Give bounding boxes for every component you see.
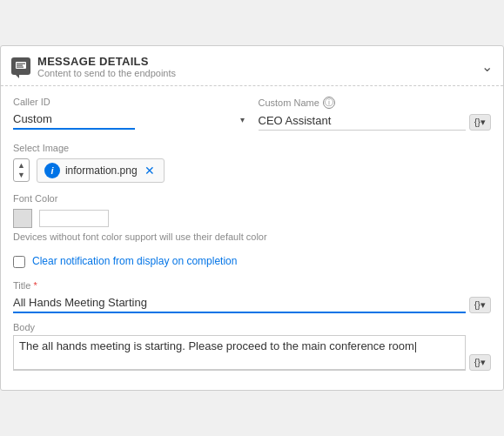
title-label-row: Title *	[13, 280, 491, 291]
image-reorder-button[interactable]: ▲ ▼	[13, 158, 30, 182]
svg-rect-2	[17, 65, 23, 66]
image-filename: information.png	[65, 164, 138, 177]
color-input[interactable]	[39, 210, 109, 227]
body-token-button[interactable]: {}▾	[469, 354, 491, 371]
caller-id-row: Caller ID Custom Default Other ▾ Custom …	[13, 97, 491, 131]
svg-rect-3	[17, 67, 24, 68]
body-field-row: The all hands meeting is starting. Pleas…	[13, 335, 491, 371]
message-details-panel: MESSAGE DETAILS Content to send to the e…	[0, 45, 504, 392]
font-color-label: Font Color	[13, 193, 491, 204]
caller-id-select[interactable]: Custom Default Other	[13, 110, 135, 130]
collapse-button[interactable]: ⌄	[481, 58, 493, 75]
body-section: Body The all hands meeting is starting. …	[13, 322, 491, 371]
caller-id-label: Caller ID	[13, 97, 246, 107]
select-image-label: Select Image	[13, 143, 491, 153]
header-text-block: MESSAGE DETAILS Content to send to the e…	[37, 55, 176, 78]
panel-title: MESSAGE DETAILS	[37, 55, 176, 68]
custom-name-label: Custom Name ⓘ	[259, 97, 492, 109]
color-swatch[interactable]	[13, 209, 32, 228]
select-image-section: Select Image ▲ ▼ i information.png ✕	[13, 143, 491, 183]
body-textarea[interactable]: The all hands meeting is starting. Pleas…	[13, 335, 466, 371]
custom-name-info-icon[interactable]: ⓘ	[323, 97, 335, 109]
chat-icon	[11, 57, 30, 75]
svg-rect-1	[17, 64, 25, 64]
title-token-button[interactable]: {}▾	[469, 297, 491, 313]
image-row: ▲ ▼ i information.png ✕	[13, 158, 491, 183]
title-field-row: {}▾	[13, 293, 491, 313]
custom-name-field-row: {}▾	[259, 111, 492, 131]
clear-notification-row: Clear notification from display on compl…	[13, 254, 491, 269]
title-required-star: *	[33, 280, 37, 291]
header-left: MESSAGE DETAILS Content to send to the e…	[11, 55, 176, 78]
image-tag: i information.png ✕	[37, 158, 165, 183]
title-section: Title * {}▾	[13, 280, 491, 313]
font-color-note: Devices without font color support will …	[13, 231, 491, 242]
arrow-down-icon: ▼	[17, 171, 25, 179]
clear-notification-checkbox[interactable]	[13, 256, 25, 268]
remove-image-button[interactable]: ✕	[143, 164, 157, 177]
title-input[interactable]	[13, 293, 466, 313]
caller-id-arrow-icon: ▾	[240, 115, 245, 124]
panel-header: MESSAGE DETAILS Content to send to the e…	[1, 46, 503, 86]
arrow-up-icon: ▲	[17, 161, 25, 170]
font-color-row	[13, 209, 491, 228]
custom-name-token-button[interactable]: {}▾	[469, 114, 491, 131]
panel-subtitle: Content to send to the endpoints	[37, 68, 176, 78]
body-label-row: Body	[13, 322, 491, 332]
panel-body: Caller ID Custom Default Other ▾ Custom …	[1, 86, 503, 391]
image-info-icon: i	[44, 163, 60, 178]
custom-name-input[interactable]	[259, 111, 466, 131]
clear-notification-label: Clear notification from display on compl…	[32, 254, 237, 269]
title-label: Title *	[13, 280, 37, 291]
caller-id-group: Caller ID Custom Default Other ▾	[13, 97, 246, 131]
caller-id-select-wrapper: Custom Default Other ▾	[13, 110, 246, 130]
custom-name-group: Custom Name ⓘ {}▾	[259, 97, 492, 131]
font-color-section: Font Color Devices without font color su…	[13, 193, 491, 242]
body-label: Body	[13, 322, 35, 332]
